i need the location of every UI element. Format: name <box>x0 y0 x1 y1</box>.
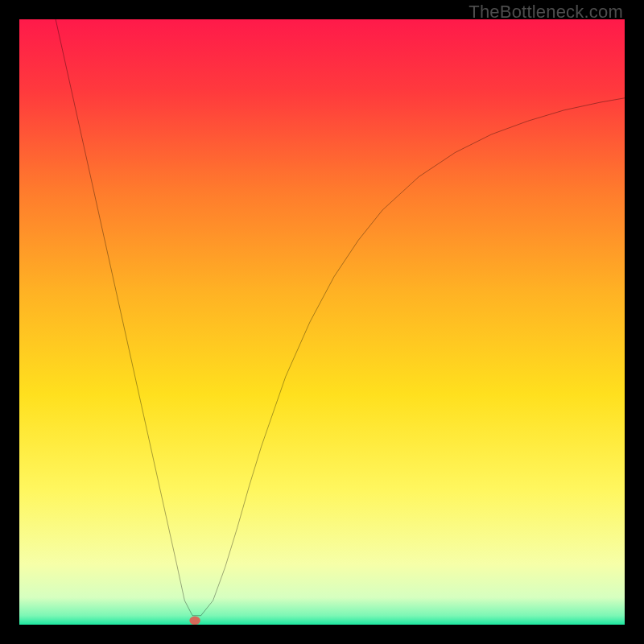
plot-area <box>19 19 625 625</box>
gradient-background <box>19 19 625 625</box>
chart-frame: TheBottleneck.com <box>0 0 644 644</box>
optimum-point <box>189 616 200 625</box>
bottleneck-chart <box>19 19 625 625</box>
